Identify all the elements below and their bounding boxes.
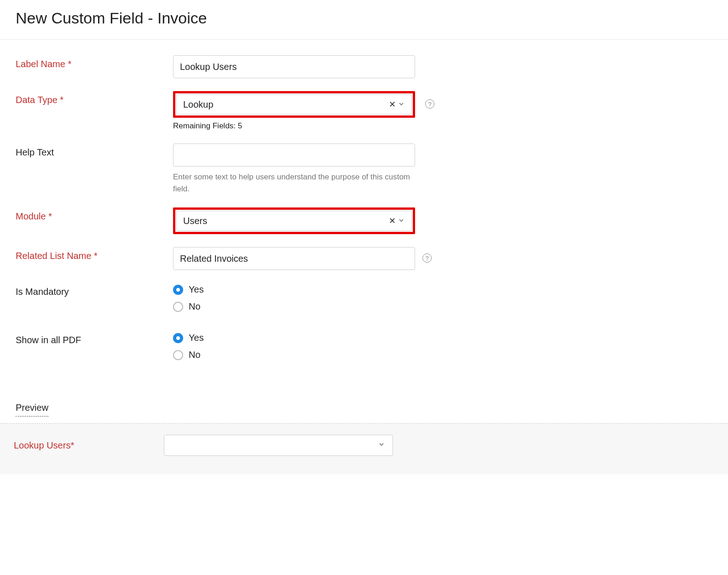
data-type-label: Data Type * bbox=[16, 91, 173, 105]
page-title: New Custom Field - Invoice bbox=[0, 0, 728, 40]
row-related-list: Related List Name * ? bbox=[16, 247, 712, 270]
remaining-fields: Remaining Fields: 5 bbox=[173, 121, 415, 131]
chevron-down-icon[interactable] bbox=[398, 99, 405, 110]
help-text-input[interactable] bbox=[173, 144, 415, 167]
help-text-hint: Enter some text to help users understand… bbox=[173, 171, 415, 195]
preview-heading: Preview bbox=[16, 402, 48, 417]
related-list-label: Related List Name * bbox=[16, 247, 173, 261]
show-pdf-label: Show in all PDF bbox=[16, 331, 173, 345]
chevron-down-icon bbox=[378, 441, 385, 450]
row-label-name: Label Name * bbox=[16, 55, 712, 78]
is-mandatory-label: Is Mandatory bbox=[16, 283, 173, 297]
clear-icon[interactable]: ✕ bbox=[389, 216, 396, 226]
show-pdf-yes-label: Yes bbox=[189, 333, 204, 343]
help-text-label: Help Text bbox=[16, 144, 173, 158]
data-type-highlight: Lookup ✕ bbox=[173, 91, 415, 118]
row-show-pdf: Show in all PDF Yes No bbox=[16, 331, 712, 367]
row-is-mandatory: Is Mandatory Yes No bbox=[16, 283, 712, 318]
chevron-down-icon[interactable] bbox=[398, 216, 405, 226]
show-pdf-yes-radio[interactable] bbox=[173, 333, 183, 343]
mandatory-yes-radio[interactable] bbox=[173, 285, 183, 295]
form-area: Label Name * Data Type * Lookup ✕ ? bbox=[0, 40, 728, 417]
module-highlight: Users ✕ bbox=[173, 207, 415, 234]
preview-select[interactable] bbox=[164, 435, 393, 456]
label-name-input[interactable] bbox=[173, 55, 415, 78]
module-select[interactable]: Users ✕ bbox=[176, 211, 412, 231]
related-list-input[interactable] bbox=[173, 247, 415, 270]
module-label: Module * bbox=[16, 207, 173, 222]
show-pdf-no-radio[interactable] bbox=[173, 350, 183, 360]
module-value: Users bbox=[183, 216, 207, 226]
preview-field-label: Lookup Users* bbox=[14, 440, 164, 451]
preview-box: Lookup Users* bbox=[0, 423, 728, 474]
data-type-select[interactable]: Lookup ✕ bbox=[176, 94, 412, 115]
mandatory-no-radio[interactable] bbox=[173, 302, 183, 312]
row-data-type: Data Type * Lookup ✕ ? Remaining Fields:… bbox=[16, 91, 712, 131]
mandatory-yes-label: Yes bbox=[189, 284, 204, 295]
help-icon[interactable]: ? bbox=[422, 253, 432, 263]
label-name-label: Label Name * bbox=[16, 55, 173, 69]
clear-icon[interactable]: ✕ bbox=[389, 99, 396, 109]
row-module: Module * Users ✕ bbox=[16, 207, 712, 234]
mandatory-no-label: No bbox=[189, 301, 201, 312]
data-type-value: Lookup bbox=[183, 99, 214, 110]
help-icon[interactable]: ? bbox=[425, 99, 434, 109]
show-pdf-no-label: No bbox=[189, 350, 201, 360]
row-help-text: Help Text Enter some text to help users … bbox=[16, 144, 712, 195]
